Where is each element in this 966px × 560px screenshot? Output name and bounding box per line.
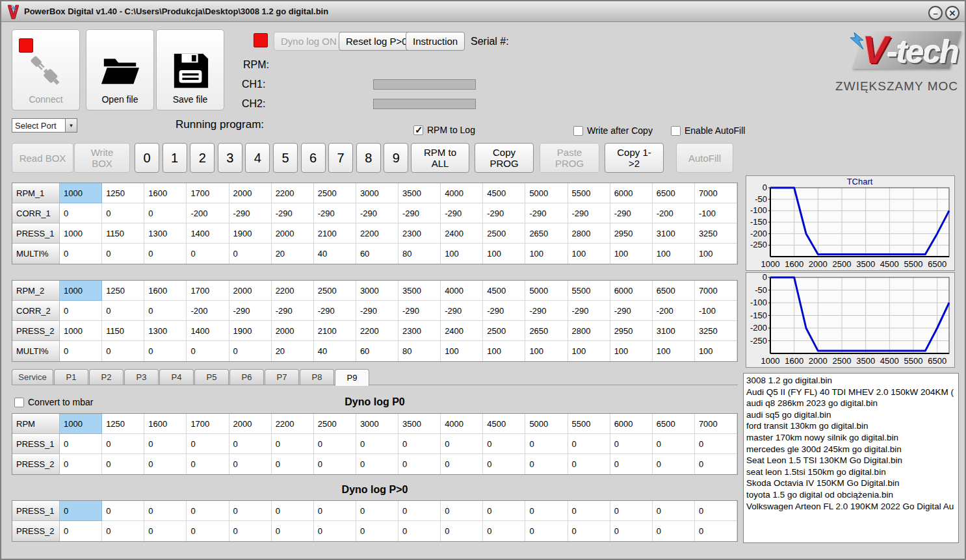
table-cell[interactable]: 3500 (398, 281, 441, 301)
table-cell[interactable]: 0 (144, 203, 187, 223)
table-cell[interactable]: 2000 (229, 414, 272, 434)
table-cell[interactable]: 2100 (314, 223, 356, 244)
table-cell[interactable]: 3000 (356, 183, 398, 203)
table-cell[interactable]: 0 (568, 501, 610, 521)
table-cell[interactable]: 0 (398, 501, 441, 521)
table-cell[interactable]: 5000 (525, 281, 568, 301)
table-cell[interactable]: 2200 (272, 183, 314, 203)
tab-p6[interactable]: P6 (229, 369, 264, 385)
table-cell[interactable]: 1000 (60, 223, 102, 244)
table-cell[interactable]: 6500 (653, 183, 695, 203)
write-box-button[interactable]: Write BOX (74, 143, 130, 173)
table-cell[interactable]: 1700 (187, 183, 229, 203)
table-cell[interactable]: 0 (144, 521, 187, 541)
save-file-button[interactable]: Save file (156, 29, 224, 110)
table-cell[interactable]: -290 (229, 203, 272, 223)
table-cell[interactable]: 0 (398, 454, 441, 474)
table-cell[interactable]: 40 (314, 244, 356, 264)
table-cell[interactable]: 0 (229, 454, 272, 474)
table-cell[interactable]: 100 (653, 244, 695, 264)
table-cell[interactable]: -290 (356, 203, 398, 223)
table-cell[interactable]: 100 (441, 244, 483, 264)
table-cell[interactable]: 2500 (314, 183, 356, 203)
digit-button-4[interactable]: 4 (245, 143, 270, 173)
table-cell[interactable]: 2000 (272, 321, 314, 341)
table-cell[interactable]: 5000 (525, 183, 568, 203)
table-cell[interactable]: 0 (60, 203, 102, 223)
list-item[interactable]: master 170km nowy silnik go digital.bin (746, 432, 956, 444)
copy-prog-button[interactable]: Copy PROG (475, 143, 534, 173)
table-cell[interactable]: 3000 (356, 281, 398, 301)
checkbox-box[interactable] (671, 126, 681, 136)
copy-1-2-button[interactable]: Copy 1->2 (605, 143, 664, 173)
close-icon[interactable]: ✕ (945, 6, 959, 20)
table-cell[interactable]: -290 (356, 301, 398, 321)
table-cell[interactable]: 0 (314, 454, 356, 474)
table-cell[interactable]: 0 (60, 521, 102, 541)
table-cell[interactable]: 3100 (653, 321, 695, 341)
checkbox-box[interactable]: ✓ (413, 125, 423, 135)
table-cell[interactable]: 0 (695, 434, 737, 454)
table-cell[interactable]: 100 (568, 341, 610, 361)
table-cell[interactable]: 2800 (568, 223, 610, 244)
table-cell[interactable]: 80 (398, 244, 441, 264)
rpm-to-all-button[interactable]: RPM to ALL (411, 143, 469, 173)
table-cell[interactable]: 4500 (483, 281, 525, 301)
table-cell[interactable]: 2500 (314, 414, 356, 434)
reset-log-button[interactable]: Reset log P>0 (339, 32, 415, 51)
table-cell[interactable]: 0 (695, 454, 737, 474)
tab-p8[interactable]: P8 (300, 369, 334, 385)
table-cell[interactable]: 0 (60, 301, 102, 321)
table-cell[interactable]: 1150 (102, 223, 144, 244)
tab-p3[interactable]: P3 (124, 369, 159, 385)
table-cell[interactable]: -290 (441, 301, 483, 321)
table-cell[interactable]: 20 (272, 341, 314, 361)
table-cell[interactable]: 2200 (356, 223, 398, 244)
connect-button[interactable]: Connect (12, 29, 80, 110)
table-cell[interactable]: 1600 (144, 183, 187, 203)
table-cell[interactable]: 0 (229, 244, 272, 264)
table-cell[interactable]: 0 (610, 454, 653, 474)
rpm-to-log-checkbox[interactable]: ✓ RPM to Log (413, 125, 475, 135)
list-item[interactable]: ford transit 130km go digital.bin (746, 420, 956, 432)
table-cell[interactable]: -290 (568, 203, 610, 223)
table-cell[interactable]: -200 (653, 301, 695, 321)
table-cell[interactable]: 2500 (314, 281, 356, 301)
table-cell[interactable]: 0 (102, 521, 144, 541)
table-cell[interactable]: 0 (229, 434, 272, 454)
table-cell[interactable]: 0 (102, 301, 144, 321)
digit-button-5[interactable]: 5 (273, 143, 298, 173)
tab-p1[interactable]: P1 (54, 369, 88, 385)
table-cell[interactable]: 2950 (610, 321, 653, 341)
table-cell[interactable]: 0 (187, 434, 229, 454)
table-cell[interactable]: 0 (483, 454, 525, 474)
table-cell[interactable]: 2950 (610, 223, 653, 244)
checkbox-box[interactable] (573, 126, 583, 136)
table-cell[interactable]: 2200 (356, 321, 398, 341)
table-cell[interactable]: 1900 (229, 223, 272, 244)
table-cell[interactable]: -290 (229, 301, 272, 321)
table-cell[interactable]: 1000 (60, 183, 102, 203)
table-cell[interactable]: 0 (144, 244, 187, 264)
table-cell[interactable]: 2000 (229, 183, 272, 203)
table-cell[interactable]: 0 (102, 244, 144, 264)
table-cell[interactable]: 2300 (398, 223, 441, 244)
table-cell[interactable]: 3000 (356, 414, 398, 434)
table-cell[interactable]: 0 (441, 521, 483, 541)
table-cell[interactable]: 3500 (398, 414, 441, 434)
table-cell[interactable]: 0 (568, 521, 610, 541)
list-item[interactable]: audi sq5 go digital.bin (746, 409, 956, 421)
tab-p7[interactable]: P7 (265, 369, 299, 385)
digit-button-7[interactable]: 7 (328, 143, 353, 173)
table-cell[interactable]: 60 (356, 341, 398, 361)
table-cell[interactable]: 4000 (441, 183, 483, 203)
table-cell[interactable]: 2200 (272, 281, 314, 301)
table-cell[interactable]: 0 (102, 454, 144, 474)
table-cell[interactable]: 0 (144, 434, 187, 454)
chevron-down-icon[interactable]: ▼ (65, 119, 77, 132)
table-cell[interactable]: 3250 (695, 321, 737, 341)
table-cell[interactable]: 0 (272, 521, 314, 541)
table-cell[interactable]: 0 (272, 434, 314, 454)
table-cell[interactable]: 100 (653, 341, 695, 361)
table-cell[interactable]: 4500 (483, 183, 525, 203)
